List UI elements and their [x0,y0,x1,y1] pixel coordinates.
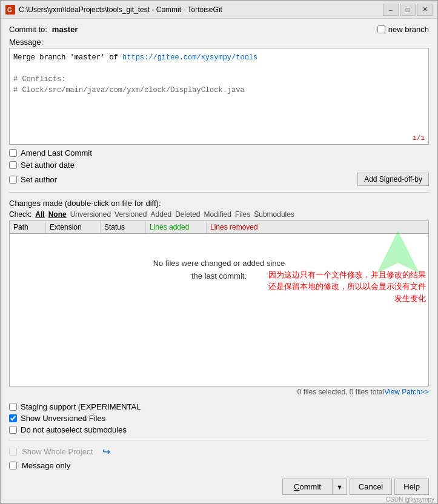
commit-button-label: Commit [294,482,321,491]
check-filter-label: Check: [9,210,32,219]
main-content: Commit to: master new branch Message: Me… [1,19,437,503]
staging-support-row: Staging support (EXPERIMENTAL [9,402,429,411]
message-content: Merge branch 'master' of https://gitee.c… [13,52,425,96]
show-whole-project-label: Show Whole Project [22,447,93,456]
changes-section: Changes made (double-click on file for d… [9,199,429,396]
changes-label: Changes made (double-click on file for d… [9,199,429,208]
show-unversioned-label: Show Unversioned Files [21,414,105,423]
col-lines-added-header: Lines added [146,221,207,233]
message-line1: Merge branch 'master' of https://gitee.c… [13,52,425,63]
csdn-watermark: CSDN @xysympy [386,496,434,503]
show-unversioned-row: Show Unversioned Files [9,414,429,423]
set-author-checkbox[interactable] [9,176,17,184]
filter-versioned[interactable]: Versioned [114,210,147,219]
message-counter: 1/1 [413,134,425,142]
show-whole-project-checkbox[interactable] [9,448,17,456]
divider1 [9,192,429,193]
col-extension-header: Extension [46,221,101,233]
message-link[interactable]: https://gitee.com/xysympy/tools [122,53,257,62]
do-not-autoselect-label: Do not autoselect submodules [21,425,127,434]
stats-patch-row: 0 files selected, 0 files total View Pat… [9,386,429,396]
amend-last-commit-label: Amend Last Commit [21,148,92,158]
do-not-autoselect-checkbox[interactable] [9,426,17,434]
message-only-checkbox[interactable] [9,462,17,469]
add-signed-off-button[interactable]: Add Signed-off-by [357,173,429,186]
bottom-options: Staging support (EXPERIMENTAL Show Unver… [9,400,429,434]
commit-to-label: Commit to: [9,25,47,34]
col-lines-removed-header: Lines removed [207,221,267,233]
view-patch-link[interactable]: View Patch>> [384,388,429,396]
staging-support-checkbox[interactable] [9,403,17,411]
set-author-date-label: Set author date [21,161,75,170]
minimize-button[interactable]: – [383,4,399,16]
commit-button[interactable]: Commit [282,479,332,495]
new-branch-label: new branch [388,25,429,34]
staging-support-label: Staging support (EXPERIMENTAL [21,402,141,411]
message-prefix: Merge branch 'master' of [13,53,122,62]
set-author-label: Set author [21,175,57,184]
window-title: C:\Users\yxm\IdeaProjects\tools_git_test… [19,5,383,14]
maximize-button[interactable]: □ [400,4,416,16]
set-author-check-row: Set author [9,175,57,184]
amend-last-commit-checkbox[interactable] [9,149,17,157]
message-label: Message: [9,38,429,47]
file-table: Path Extension Status Lines added Lines … [9,220,429,386]
svg-text:G: G [7,7,12,13]
branch-name: master [52,25,78,34]
new-branch-checkbox[interactable] [377,25,385,33]
bottom-buttons: Commit ▼ Cancel Help [9,474,429,497]
message-only-row: Message only [9,461,429,470]
down-arrow-icon: ↪ [102,446,110,457]
filter-all-link[interactable]: All [35,210,44,219]
message-conflicts: # Conflicts: [13,74,425,85]
do-not-autoselect-row: Do not autoselect submodules [9,425,429,434]
filter-unversioned[interactable]: Unversioned [70,210,111,219]
divider2 [9,440,429,440]
files-stats: 0 files selected, 0 files total [297,388,384,396]
filter-files[interactable]: Files [235,210,250,219]
commit-to-row: Commit to: master new branch [9,25,429,34]
filter-modified[interactable]: Modified [204,210,231,219]
show-unversioned-checkbox[interactable] [9,414,17,422]
title-bar: G C:\Users\yxm\IdeaProjects\tools_git_te… [1,1,437,19]
commit-button-group: Commit ▼ [282,479,347,495]
amend-last-commit-row: Amend Last Commit [9,148,429,158]
message-only-label: Message only [22,461,70,470]
check-filter: Check: All None Unversioned Versioned Ad… [9,210,429,219]
set-author-date-row: Set author date [9,161,75,170]
window-controls: – □ ✕ [383,4,433,16]
file-table-header: Path Extension Status Lines added Lines … [10,221,428,234]
message-conflict-file: # Clock/src/main/java/com/yxm/clock/Disp… [13,85,425,96]
set-author-row: Set author Add Signed-off-by [9,173,429,186]
close-button[interactable]: ✕ [417,4,433,16]
col-path-header: Path [10,221,46,233]
app-icon: G [5,5,15,15]
set-author-date-checkbox[interactable] [9,161,17,169]
show-whole-project-row: Show Whole Project ↪ [9,446,429,457]
filter-none-link[interactable]: None [48,210,67,219]
filter-submodules[interactable]: Submodules [254,210,294,219]
new-branch-section: new branch [377,25,429,34]
options-section: Amend Last Commit Set author date Set au… [9,148,429,186]
main-window: G C:\Users\yxm\IdeaProjects\tools_git_te… [0,0,438,504]
commit-dropdown-button[interactable]: ▼ [332,479,347,495]
filter-deleted[interactable]: Deleted [175,210,200,219]
message-blank [13,63,425,74]
help-button[interactable]: Help [394,479,429,495]
filter-added[interactable]: Added [150,210,171,219]
col-status-header: Status [101,221,146,233]
chinese-annotation: 因为这边只有一个文件修改，并且修改的结果还是保留本地的修改，所以以会显示没有文件… [259,267,428,307]
file-table-body: No files were changed or added since the… [10,234,428,307]
author-date-row: Set author date [9,161,429,170]
cancel-button[interactable]: Cancel [350,479,392,495]
message-section: Message: Merge branch 'master' of https:… [9,38,429,145]
message-box[interactable]: Merge branch 'master' of https://gitee.c… [9,48,429,145]
